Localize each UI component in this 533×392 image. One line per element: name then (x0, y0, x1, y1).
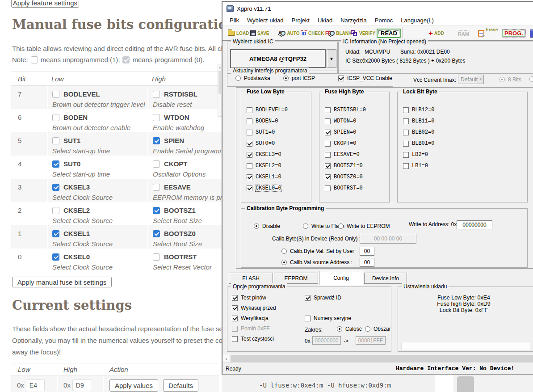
auto-button[interactable]: AAUTO (278, 26, 300, 41)
xg-lb2-checkbox[interactable]: LB2=0 (403, 152, 428, 158)
erase-button[interactable]: Erase (478, 26, 498, 41)
menu-wybierz-uklad[interactable]: Wybierz układ (243, 17, 288, 24)
range-to-input[interactable]: 00001FFF (356, 336, 386, 345)
vcc-imax-combo[interactable]: Default▼ (458, 75, 484, 84)
test-pins-checkbox[interactable]: Test pinów (232, 295, 266, 301)
rstdisbl-checkbox[interactable] (153, 91, 160, 98)
xg-cksel1-checkbox[interactable]: CKSEL1=0 (247, 174, 281, 180)
bootrst-checkbox[interactable] (153, 253, 160, 261)
xg-blb11-checkbox[interactable]: BLB11=0 (403, 118, 434, 124)
icsp-vcc-checkbox[interactable]: ICSP_VCC Enable (338, 75, 392, 81)
xg-cksel3-checkbox[interactable]: CKSEL3=0 (247, 152, 281, 158)
apply-values-button[interactable]: Apply values (109, 379, 158, 392)
xg-bootsz1-checkbox[interactable]: BOOTSZ1=0 (325, 163, 363, 169)
range-from-input[interactable]: 00000000 (312, 336, 341, 345)
scroll-left-icon[interactable]: ‹ (222, 354, 230, 362)
cksel3-checkbox[interactable] (52, 184, 59, 191)
menu-narzedzia[interactable]: Narzędzia (336, 17, 371, 24)
ram-button[interactable]: RAM (457, 26, 470, 41)
eesave-checkbox[interactable] (153, 184, 160, 191)
calib-disable-radio[interactable]: Disable (254, 223, 280, 229)
chip-dropdown-button[interactable]: ▼ (327, 49, 336, 68)
xg-rstdisbl-checkbox[interactable]: RSTDISBL=0 (325, 107, 366, 113)
tab-flash[interactable]: FLASH (229, 273, 273, 284)
xg-blb01-checkbox[interactable]: BLB01=0 (403, 140, 434, 147)
xg-lb1-checkbox[interactable]: LB1=0 (403, 163, 428, 169)
xg-cksel0-checkbox[interactable]: CKSEL0=0 (247, 185, 281, 191)
range-all-radio[interactable]: Całość (337, 326, 362, 332)
xg-cksel2-checkbox[interactable]: CKSEL2=0 (247, 163, 281, 169)
write-address-input[interactable]: 00000000 (457, 220, 492, 229)
boden-checkbox[interactable] (52, 114, 59, 121)
current-settings-line2: Optionally, you may fill in the numerica… (12, 337, 225, 344)
low-fuse-input[interactable]: E4 (26, 379, 45, 391)
bits8-radio[interactable]: 8 Bits (499, 76, 521, 83)
menu-language[interactable]: Language(L) (397, 17, 438, 24)
current-settings-line1: These fields show the actual hexadecimal… (12, 325, 227, 333)
tab-device-info[interactable]: Device.Info (364, 273, 407, 284)
apply-feature-settings-button[interactable]: Apply feature settings (11, 0, 79, 8)
calib-user-radio[interactable]: Calib.Byte Val. Set by User (281, 248, 354, 254)
calib-eeprom-radio[interactable]: Write to EEPROM (338, 223, 390, 229)
ram-icon: RAM (457, 30, 470, 37)
title-bar[interactable]: Xgpro v11.71 (222, 2, 533, 15)
sut1-checkbox[interactable] (52, 137, 59, 144)
calib-user-input[interactable]: 00 (360, 247, 374, 256)
scrollbar-thumb[interactable] (457, 376, 474, 392)
bodlevel-checkbox[interactable] (52, 91, 59, 98)
xg-wdton-checkbox[interactable]: WDTON=0 (325, 118, 356, 124)
menu-pomoc[interactable]: Pomoc (371, 17, 397, 24)
xg-bootrst-checkbox[interactable]: BOOTRST=0 (325, 185, 363, 191)
bootsz0-checkbox[interactable] (153, 230, 160, 237)
blank-check-checkbox[interactable]: Test czystości (232, 336, 274, 342)
apply-manual-fuse-button[interactable]: Apply manual fuse bit settings (12, 277, 112, 287)
scroll-up-icon[interactable]: ▲ (218, 64, 222, 70)
icsp-radio[interactable]: port ICSP (283, 75, 315, 81)
erase-before-checkbox[interactable]: Wykasuj przed (232, 305, 276, 311)
menu-plik[interactable]: Plik (226, 17, 243, 24)
xg-sut0-checkbox[interactable]: SUT0=0 (247, 140, 275, 147)
prog-button[interactable]: PROG. (502, 26, 526, 41)
high-fuse-input[interactable]: D9 (72, 379, 91, 391)
tab-config[interactable]: Config (319, 271, 363, 285)
cksel2-checkbox[interactable] (52, 207, 59, 214)
horizontal-scrollbar[interactable]: ‹ (222, 354, 533, 362)
calib-source-input[interactable]: 00 (360, 258, 374, 267)
menu-projekt[interactable]: Projekt (287, 17, 313, 24)
xg-ckopt-checkbox[interactable]: CKOPT=0 (325, 140, 356, 147)
xg-boden-checkbox[interactable]: BODEN=0 (247, 118, 278, 124)
cksel1-checkbox[interactable] (52, 230, 59, 237)
calib-source-radio[interactable]: Calib.Val source Address : (281, 259, 353, 266)
spien-checkbox[interactable] (153, 137, 160, 144)
xg-bodlevel-checkbox[interactable]: BODLEVEL=0 (247, 107, 288, 113)
xg-spien-checkbox[interactable]: SPIEN=0 (325, 129, 356, 135)
xg-bootsz0-checkbox[interactable]: BOOTSZ0=0 (325, 174, 363, 180)
verify-checkbox[interactable]: Weryfikacja (232, 315, 269, 321)
xg-sut1-checkbox[interactable]: SUT1=0 (247, 129, 275, 135)
table-row-bit6: 6 BODENBrown out detector enable WTDONEn… (11, 109, 252, 132)
check-button[interactable]: IDCHECK (301, 26, 324, 41)
fuse-intro-text: This table allows reviewing and direct e… (12, 45, 228, 52)
range-region-radio[interactable]: Obszar (365, 326, 391, 332)
wtdon-checkbox[interactable] (153, 114, 160, 121)
hscroll-thumb[interactable] (231, 355, 533, 362)
ckopt-checkbox[interactable] (153, 160, 160, 168)
sut0-checkbox[interactable] (52, 160, 59, 168)
tab-eeprom[interactable]: EEPROM (274, 273, 318, 284)
programming-options-group: Opcje programowania Test pinów Wykasuj p… (227, 287, 391, 352)
xg-eesave-checkbox[interactable]: EESAVE=0 (325, 152, 360, 158)
add-button[interactable]: +ADD (428, 26, 444, 41)
cksel0-checkbox[interactable] (52, 253, 59, 261)
selected-chip[interactable]: ATMEGA8 @TQFP32 (230, 49, 326, 68)
bootsz1-checkbox[interactable] (153, 207, 160, 214)
xg-blb12-checkbox[interactable]: BLB12=0 (403, 107, 434, 113)
chip-icon-partial[interactable] (530, 26, 533, 41)
xg-blb02-checkbox[interactable]: BLB02=0 (403, 129, 434, 135)
socket-radio[interactable]: Podstawka (235, 75, 270, 81)
bits16-radio-partial[interactable] (529, 76, 533, 82)
skip-ff-checkbox[interactable]: Pomiń 0xFF (232, 325, 270, 332)
menu-uklad[interactable]: Układ (314, 17, 336, 24)
defaults-button[interactable]: Defaults (163, 379, 198, 392)
check-id-checkbox[interactable]: Sprawdź ID (305, 295, 341, 301)
serial-numbers-checkbox[interactable]: Numery seryjne (305, 315, 351, 321)
